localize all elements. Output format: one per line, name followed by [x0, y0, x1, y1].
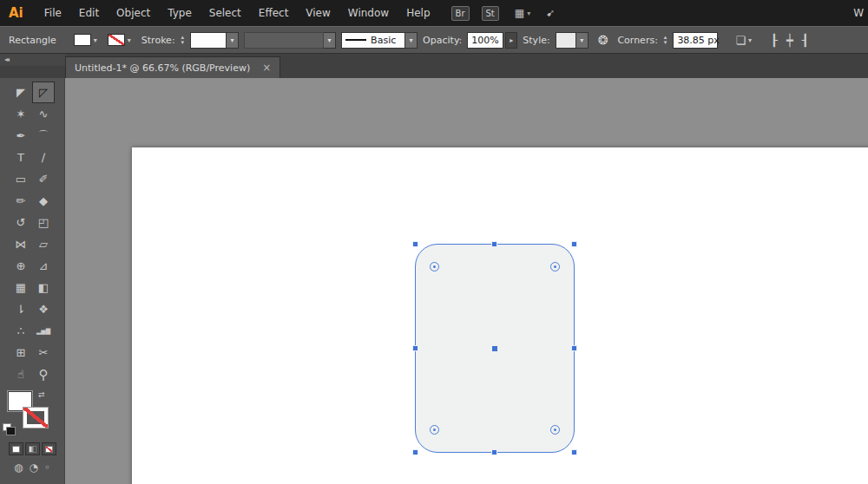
menu-file[interactable]: File — [36, 7, 70, 19]
selection-handle-w[interactable] — [412, 345, 418, 351]
default-fill-stroke-icon[interactable] — [3, 423, 11, 431]
curvature-tool[interactable]: ⌒ — [32, 125, 55, 147]
blend-tool[interactable]: ❖ — [32, 298, 55, 320]
stroke-color-dropdown[interactable]: ▾ — [108, 34, 131, 46]
chevron-down-icon: ▾ — [748, 36, 752, 44]
selection-handle-ne[interactable] — [571, 241, 577, 247]
align-right-button[interactable]: ┨ — [802, 34, 809, 47]
eraser-tool[interactable]: ◆ — [32, 190, 55, 212]
bridge-button[interactable]: Br — [451, 6, 470, 21]
style-arrow[interactable]: ▾ — [576, 32, 589, 49]
type-tool[interactable]: T — [10, 147, 32, 168]
line-segment-tool[interactable]: ∕ — [32, 147, 55, 168]
magic-wand-tool[interactable]: ✶ — [10, 103, 32, 125]
none-button[interactable] — [42, 442, 56, 455]
menu-view[interactable]: View — [297, 7, 339, 19]
pen-tool[interactable]: ✒ — [10, 125, 32, 147]
gradient-tool[interactable]: ◧ — [32, 277, 55, 298]
pencil-tool[interactable]: ✏ — [10, 190, 32, 212]
hand-tool[interactable]: ☝ — [10, 363, 32, 385]
selection-handle-n[interactable] — [491, 241, 497, 247]
color-button[interactable] — [9, 442, 23, 455]
lasso-tool[interactable]: ∿ — [32, 103, 55, 125]
selection-handle-nw[interactable] — [412, 241, 418, 247]
menu-edit[interactable]: Edit — [70, 7, 108, 19]
gpu-rocket-icon: ➹ — [546, 7, 555, 19]
menu-help[interactable]: Help — [398, 7, 438, 19]
shape-builder-tool[interactable]: ⊕ — [10, 255, 32, 277]
menu-type[interactable]: Type — [159, 7, 201, 19]
align-left-button[interactable]: ┠ — [771, 34, 778, 47]
brush-definition-combo[interactable]: Basic ▾ — [341, 32, 418, 49]
control-bar: Rectangle ▾ ▾ Stroke: ▴ ▾ ▾ ▾ Basic — [0, 26, 868, 54]
tab-close-icon[interactable]: × — [262, 62, 271, 74]
eyedropper-tool[interactable]: ⇂ — [10, 298, 32, 320]
opacity-flyout-button[interactable]: ▸ — [505, 32, 517, 49]
selection-handle-se[interactable] — [571, 449, 577, 455]
chevron-down-icon: ▾ — [328, 36, 332, 44]
corner-widget-br[interactable] — [550, 425, 560, 435]
corner-widget-tr[interactable] — [550, 262, 560, 271]
swap-fill-stroke-icon[interactable]: ⇄ — [38, 390, 45, 399]
workspace-switcher[interactable]: W — [853, 7, 864, 19]
tools-grid: ◤ ◸ ✶ ∿ ✒ ⌒ T ∕ ▭ ✐ ✏ ◆ ↺ ◰ ⋈ ▱ ⊕ ⊿ ▦ ◧ … — [0, 78, 64, 385]
pasteboard[interactable] — [65, 78, 868, 484]
slice-tool[interactable]: ✂ — [32, 342, 55, 363]
paintbrush-tool[interactable]: ✐ — [32, 168, 55, 190]
transform-options-button[interactable]: ❏ ▾ — [735, 34, 752, 47]
fill-color-dropdown[interactable]: ▾ — [74, 34, 97, 46]
toolbar-collapse-button[interactable]: ◂◂ — [0, 54, 65, 66]
selection-tool[interactable]: ◤ — [10, 82, 32, 103]
recolor-artwork-icon[interactable]: ❂ — [598, 33, 608, 47]
stock-button[interactable]: St — [482, 6, 499, 21]
rectangle-tool[interactable]: ▭ — [10, 168, 32, 190]
scale-tool[interactable]: ◰ — [32, 212, 55, 233]
variable-width-profile-combo[interactable]: ▾ — [244, 32, 336, 49]
center-point[interactable] — [492, 346, 497, 351]
artboard-tool[interactable]: ⊞ — [10, 342, 32, 363]
selection-handle-e[interactable] — [571, 345, 577, 351]
menu-object[interactable]: Object — [108, 7, 159, 19]
symbol-sprayer-tool[interactable]: ∴ — [10, 320, 32, 342]
width-tool[interactable]: ⋈ — [10, 233, 32, 255]
zoom-tool[interactable]: ⚲ — [32, 363, 55, 385]
stroke-weight-value — [190, 32, 227, 49]
stroke-weight-combo[interactable]: ▾ — [190, 32, 239, 49]
rotate-tool[interactable]: ↺ — [10, 212, 32, 233]
brush-definition-value: Basic — [341, 32, 405, 49]
menu-bar: Ai File Edit Object Type Select Effect V… — [0, 0, 868, 26]
color-icon — [12, 446, 20, 453]
corners-stepper[interactable]: ▴ ▾ — [664, 35, 667, 45]
selection-handle-s[interactable] — [491, 449, 497, 455]
free-transform-tool[interactable]: ▱ — [32, 233, 55, 255]
direct-selection-tool[interactable]: ◸ — [32, 82, 55, 103]
corner-widget-tl[interactable] — [430, 262, 439, 271]
align-center-button[interactable]: ┿ — [786, 34, 793, 47]
menu-select[interactable]: Select — [201, 7, 250, 19]
variable-width-arrow[interactable]: ▾ — [324, 32, 336, 49]
menu-window[interactable]: Window — [339, 7, 398, 19]
menu-effect[interactable]: Effect — [250, 7, 298, 19]
stroke-weight-arrow[interactable]: ▾ — [227, 32, 239, 49]
brush-definition-arrow[interactable]: ▾ — [405, 32, 418, 49]
document-tab[interactable]: Untitled-1* @ 66.67% (RGB/Preview) × — [65, 56, 280, 78]
draw-behind-mode-icon[interactable]: ◔ — [29, 461, 37, 474]
selection-handle-sw[interactable] — [412, 449, 418, 455]
selected-rectangle-shape[interactable] — [415, 244, 575, 453]
none-slash-icon — [23, 408, 48, 428]
corner-widget-bl[interactable] — [430, 425, 439, 435]
gpu-performance-button[interactable]: ➹ — [546, 7, 555, 19]
draw-normal-mode-icon[interactable]: ◍ — [14, 461, 23, 474]
stroke-color-box[interactable] — [23, 407, 49, 428]
style-combo[interactable]: ▾ — [556, 32, 589, 49]
opacity-combo[interactable]: 100% ▸ — [467, 32, 517, 49]
stroke-weight-stepper[interactable]: ▴ ▾ — [181, 35, 185, 45]
flyout-arrow-icon: ▸ — [510, 36, 513, 44]
corners-value-field[interactable]: 38.85 px — [673, 32, 718, 49]
gradient-button[interactable] — [25, 442, 40, 455]
column-graph-tool[interactable]: ▂▅▇ — [32, 320, 55, 342]
draw-inside-mode-icon[interactable]: ◦ — [44, 461, 50, 474]
perspective-grid-tool[interactable]: ⊿ — [32, 255, 55, 277]
arrange-documents-button[interactable]: ▦ ▾ — [515, 7, 530, 19]
mesh-tool[interactable]: ▦ — [10, 277, 32, 298]
